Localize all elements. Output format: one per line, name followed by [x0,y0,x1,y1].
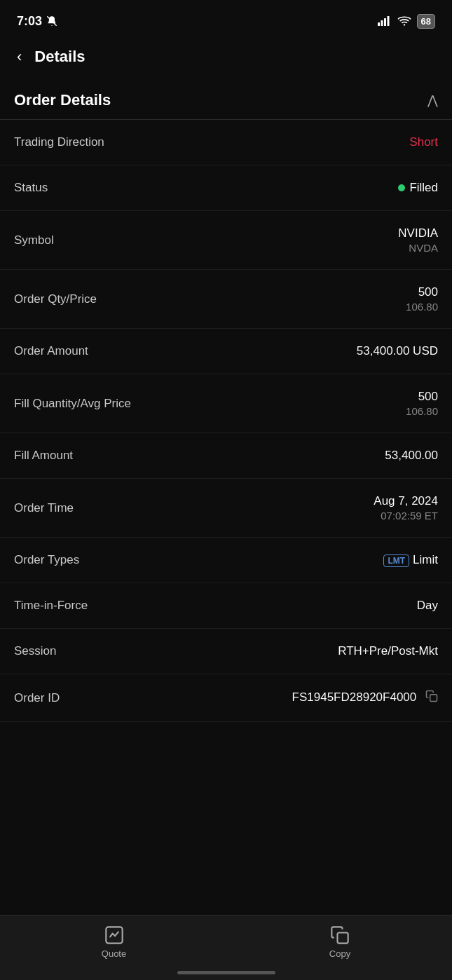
label-order-types: Order Types [14,553,79,567]
fill-qty-primary: 500 [418,390,438,404]
value-order-id: FS1945FD28920F4000 [292,690,438,706]
fill-price-secondary: 106.80 [406,405,438,417]
value-fill-amount: 53,400.00 [385,449,438,463]
status-dot-icon [398,184,405,191]
page-title: Details [34,48,85,66]
label-fill-amount: Fill Amount [14,449,73,463]
row-fill-amount: Fill Amount 53,400.00 [0,433,452,479]
qty-primary: 500 [418,285,438,299]
collapse-chevron-icon[interactable]: ⋀ [427,93,438,108]
notification-bell-icon [46,15,57,27]
row-order-time: Order Time Aug 7, 2024 07:02:59 ET [0,479,452,538]
order-id-text: FS1945FD28920F4000 [292,690,417,704]
value-session: RTH+Pre/Post-Mkt [338,644,438,658]
battery-indicator: 68 [417,14,435,29]
svg-rect-1 [378,22,380,26]
row-order-qty-price: Order Qty/Price 500 106.80 [0,270,452,329]
row-session: Session RTH+Pre/Post-Mkt [0,629,452,674]
label-session: Session [14,644,56,658]
row-symbol: Symbol NVIDIA NVDA [0,211,452,270]
back-button[interactable]: ‹ [14,45,25,69]
value-order-time: Aug 7, 2024 07:02:59 ET [374,494,438,522]
section-title: Order Details [14,91,111,109]
row-order-types: Order Types LMTLimit [0,538,452,583]
wifi-icon [397,16,411,26]
svg-rect-3 [384,18,386,26]
value-symbol: NVIDIA NVDA [398,226,438,254]
status-icons: 68 [378,14,435,29]
time-display: 7:03 [17,14,42,29]
home-indicator [177,971,275,974]
row-status: Status Filled [0,165,452,211]
signal-icon [378,16,392,26]
value-order-amount: 53,400.00 USD [357,344,438,358]
label-order-time: Order Time [14,501,74,515]
tab-copy-label: Copy [329,948,350,959]
label-trading-direction: Trading Direction [14,135,104,149]
row-order-id: Order ID FS1945FD28920F4000 [0,674,452,722]
svg-rect-6 [430,695,437,702]
page-header: ‹ Details [0,38,452,79]
svg-rect-8 [338,933,348,944]
label-status: Status [14,181,48,195]
row-time-in-force: Time-in-Force Day [0,583,452,629]
order-type-text: Limit [413,553,438,566]
label-fill-qty-price: Fill Quantity/Avg Price [14,397,131,411]
price-secondary: 106.80 [406,301,438,313]
label-order-amount: Order Amount [14,344,88,358]
label-order-id: Order ID [14,691,60,705]
label-symbol: Symbol [14,233,54,247]
symbol-secondary: NVDA [409,242,438,254]
value-order-types: LMTLimit [383,553,438,567]
row-order-amount: Order Amount 53,400.00 USD [0,329,452,374]
value-trading-direction: Short [409,135,438,149]
chart-icon [104,925,124,945]
section-header: Order Details ⋀ [0,79,452,119]
svg-rect-2 [381,20,383,26]
value-order-qty-price: 500 106.80 [406,285,438,313]
order-time-secondary: 07:02:59 ET [381,510,438,522]
copy-tab-icon [330,925,350,945]
status-filled-container: Filled [398,181,438,195]
tab-quote[interactable]: Quote [102,925,126,959]
order-date-primary: Aug 7, 2024 [374,494,438,508]
value-time-in-force: Day [417,599,438,613]
row-fill-qty-price: Fill Quantity/Avg Price 500 106.80 [0,374,452,433]
status-text: Filled [409,181,438,195]
status-bar: 7:03 68 [0,0,452,38]
svg-point-5 [403,24,404,25]
symbol-primary: NVIDIA [398,226,438,240]
status-time: 7:03 [17,14,57,29]
label-time-in-force: Time-in-Force [14,599,88,613]
copy-order-id-icon[interactable] [425,690,438,706]
tab-quote-label: Quote [102,948,126,959]
value-fill-qty-price: 500 106.80 [406,390,438,417]
lmt-badge: LMT [383,554,409,567]
tab-copy[interactable]: Copy [329,925,350,959]
label-order-qty-price: Order Qty/Price [14,292,97,306]
svg-rect-4 [387,16,389,26]
value-status: Filled [398,181,438,195]
row-trading-direction: Trading Direction Short [0,120,452,165]
